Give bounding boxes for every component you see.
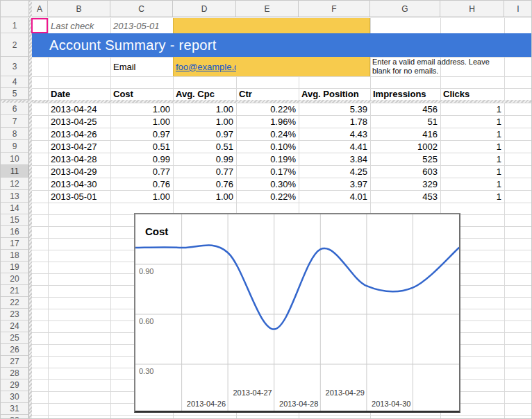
row-header-14[interactable]: 14 — [1, 203, 29, 214]
table-cell[interactable]: 51 — [370, 115, 440, 128]
table-header-avg-position[interactable]: Avg. Position — [299, 88, 370, 100]
row-header-4[interactable]: 4 — [1, 76, 29, 88]
table-cell[interactable]: 453 — [370, 190, 440, 203]
table-cell[interactable]: 1.00 — [173, 190, 236, 203]
row-header-32[interactable]: 32 — [1, 415, 29, 419]
email-cell[interactable]: foo@example.com — [173, 57, 236, 76]
table-cell[interactable]: 456 — [370, 103, 440, 115]
table-cell[interactable]: 1 — [440, 178, 504, 190]
table-header-ctr[interactable]: Ctr — [236, 88, 299, 100]
table-cell[interactable]: 0.17% — [236, 165, 299, 178]
row-header-23[interactable]: 23 — [1, 309, 29, 320]
highlight-range-D1-F1[interactable] — [173, 18, 370, 33]
row-header-5[interactable]: 5 — [1, 88, 29, 100]
table-cell[interactable]: 4.01 — [299, 190, 370, 203]
row-header-20[interactable]: 20 — [1, 273, 29, 285]
table-cell[interactable]: 1 — [440, 128, 504, 140]
row-header-12[interactable]: 12 — [1, 178, 29, 190]
table-cell[interactable]: 1 — [440, 190, 504, 203]
last-check-date[interactable]: 2013-05-01 — [110, 18, 173, 33]
table-cell[interactable]: 0.51 — [110, 140, 173, 153]
column-header-A[interactable]: A — [32, 1, 48, 17]
table-cell[interactable]: 2013-05-01 — [48, 190, 110, 203]
table-cell[interactable]: 0.77 — [110, 165, 173, 178]
table-cell[interactable]: 0.99 — [110, 153, 173, 165]
row-header-29[interactable]: 29 — [1, 379, 29, 391]
row-header-21[interactable]: 21 — [1, 285, 29, 297]
table-header-impressions[interactable]: Impressions — [370, 88, 440, 100]
table-cell[interactable]: 1 — [440, 140, 504, 153]
column-header-C[interactable]: C — [110, 1, 173, 17]
table-cell[interactable]: 1.96% — [236, 115, 299, 128]
table-cell[interactable]: 0.76 — [110, 178, 173, 190]
table-cell[interactable]: 4.43 — [299, 128, 370, 140]
table-cell[interactable]: 0.76 — [173, 178, 236, 190]
row-header-3[interactable]: 3 — [1, 57, 29, 76]
table-cell[interactable]: 0.10% — [236, 140, 299, 153]
column-header-H[interactable]: H — [440, 1, 504, 17]
row-header-6[interactable]: 6 — [1, 103, 29, 115]
column-header-F[interactable]: F — [299, 1, 370, 17]
row-header-28[interactable]: 28 — [1, 368, 29, 379]
table-header-avg-cpc[interactable]: Avg. Cpc — [173, 88, 236, 100]
column-header-I[interactable]: I — [504, 1, 532, 17]
table-cell[interactable]: 2013-04-29 — [48, 165, 110, 178]
table-header-date[interactable]: Date — [48, 88, 110, 100]
table-cell[interactable]: 1 — [440, 103, 504, 115]
table-cell[interactable]: 1.00 — [110, 103, 173, 115]
table-cell[interactable]: 2013-04-26 — [48, 128, 110, 140]
table-cell[interactable]: 416 — [370, 128, 440, 140]
embedded-cost-chart[interactable]: 0.300.600.902013-04-262013-04-272013-04-… — [134, 213, 460, 413]
table-cell[interactable]: 603 — [370, 165, 440, 178]
row-header-26[interactable]: 26 — [1, 344, 29, 356]
table-cell[interactable]: 0.24% — [236, 128, 299, 140]
table-cell[interactable]: 1002 — [370, 140, 440, 153]
table-cell[interactable]: 2013-04-27 — [48, 140, 110, 153]
row-header-19[interactable]: 19 — [1, 262, 29, 273]
row-header-10[interactable]: 10 — [1, 153, 29, 165]
table-cell[interactable]: 0.30% — [236, 178, 299, 190]
table-cell[interactable]: 1.78 — [299, 115, 370, 128]
table-cell[interactable]: 0.97 — [173, 128, 236, 140]
table-cell[interactable]: 5.39 — [299, 103, 370, 115]
email-label[interactable]: Email — [110, 57, 173, 76]
table-cell[interactable]: 1.00 — [173, 103, 236, 115]
column-header-G[interactable]: G — [370, 1, 440, 17]
table-cell[interactable]: 3.97 — [299, 178, 370, 190]
row-header-18[interactable]: 18 — [1, 250, 29, 262]
row-header-31[interactable]: 31 — [1, 403, 29, 415]
row-header-15[interactable]: 15 — [1, 214, 29, 226]
table-cell[interactable]: 0.22% — [236, 103, 299, 115]
table-cell[interactable]: 1 — [440, 165, 504, 178]
last-check-label[interactable]: Last check — [48, 18, 110, 33]
row-header-25[interactable]: 25 — [1, 332, 29, 344]
row-header-24[interactable]: 24 — [1, 320, 29, 332]
row-header-13[interactable]: 13 — [1, 190, 29, 203]
table-cell[interactable]: 2013-04-30 — [48, 178, 110, 190]
table-cell[interactable]: 0.22% — [236, 190, 299, 203]
row-header-11[interactable]: 11 — [1, 165, 29, 178]
row-header-1[interactable]: 1 — [1, 18, 29, 33]
table-cell[interactable]: 0.97 — [110, 128, 173, 140]
table-cell[interactable]: 2013-04-25 — [48, 115, 110, 128]
row-header-30[interactable]: 30 — [1, 391, 29, 403]
table-cell[interactable]: 4.41 — [299, 140, 370, 153]
table-cell[interactable]: 2013-04-24 — [48, 103, 110, 115]
column-header-D[interactable]: D — [173, 1, 236, 17]
row-header-9[interactable]: 9 — [1, 140, 29, 153]
table-cell[interactable]: 1 — [440, 115, 504, 128]
table-cell[interactable]: 0.19% — [236, 153, 299, 165]
table-header-cost[interactable]: Cost — [110, 88, 173, 100]
row-header-27[interactable]: 27 — [1, 356, 29, 368]
table-cell[interactable]: 3.84 — [299, 153, 370, 165]
row-header-17[interactable]: 17 — [1, 238, 29, 250]
column-header-E[interactable]: E — [236, 1, 299, 17]
banner-title-cell[interactable]: Account Summary - report — [32, 33, 532, 57]
table-cell[interactable]: 0.77 — [173, 165, 236, 178]
table-cell[interactable]: 525 — [370, 153, 440, 165]
table-cell[interactable]: 0.99 — [173, 153, 236, 165]
select-all-corner[interactable] — [1, 1, 29, 17]
table-cell[interactable]: 1.00 — [110, 115, 173, 128]
table-cell[interactable]: 1.00 — [110, 190, 173, 203]
email-link[interactable]: foo@example.com — [176, 62, 236, 72]
